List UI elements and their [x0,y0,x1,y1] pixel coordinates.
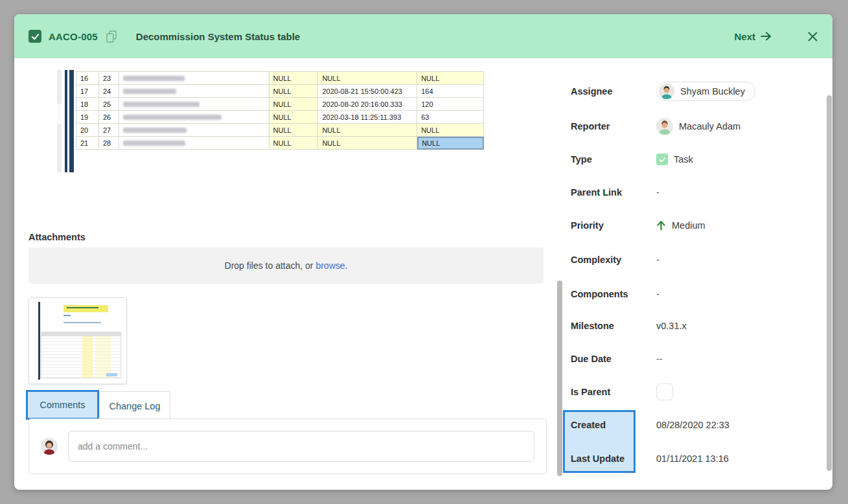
milestone-value: v0.31.x [656,321,687,331]
row-number-cell: 16 [76,72,99,85]
issue-title: Decommission System Status table [136,31,300,42]
tab-comments[interactable]: Comments [26,390,99,420]
sidebar-row-type: Type Task [571,152,825,167]
modal-scrollbar-thumb[interactable] [827,95,832,471]
next-button-label: Next [734,31,755,42]
priority-label: Priority [571,220,656,231]
modal-header: AACO-005 Decommission System Status tabl… [14,14,832,58]
due-date-value: -- [656,354,663,364]
value-cell: 164 [417,85,484,98]
parent-link-label: Parent Link [571,187,656,198]
redacted-name-cell [119,98,269,111]
id-cell: 23 [99,72,119,85]
assignee-avatar [659,84,674,99]
complexity-value: - [656,255,659,265]
attachments-dropzone[interactable]: Drop files to attach, or browse. [29,247,544,284]
row-number-cell: 19 [76,111,99,124]
browse-link[interactable]: browse [315,260,345,271]
attachment-thumbnail[interactable] [29,297,127,384]
id-cell: 26 [99,111,119,124]
close-icon[interactable] [808,32,818,41]
tab-change-log-label: Change Log [109,401,160,411]
sidebar-row-parent-link: Parent Link - [571,185,825,200]
assignee-pill[interactable]: Shyam Buckley [656,82,755,101]
value-cell: 2020-08-20 20:16:00.333 [318,98,417,111]
sidebar-row-created: Created 08/28/2020 22:33 [571,417,825,433]
table-row: 18 25 NULL 2020-08-20 20:16:00.333 120 [76,98,484,111]
id-cell: 24 [99,85,119,98]
sidebar-row-is-parent: Is Parent [571,382,825,402]
check-icon [31,32,40,41]
last-update-label: Last Update [571,453,656,464]
sidebar-row-assignee: Assignee Shyam Buckley [571,81,825,102]
assignee-name: Shyam Buckley [680,86,745,97]
id-cell: 28 [99,137,119,150]
id-cell: 27 [99,124,119,137]
row-number-cell: 20 [76,124,99,137]
null-cell: NULL [318,137,417,150]
is-parent-checkbox[interactable] [656,384,673,400]
null-cell: NULL [269,72,319,85]
screenshot-window-edge [69,70,74,172]
issue-key[interactable]: AACO-005 [49,31,98,42]
reporter-name: Macauly Adam [679,121,740,132]
assignee-label: Assignee [571,86,656,97]
null-cell: NULL [269,111,319,124]
screenshot-window-edge [65,70,67,172]
priority-value: Medium [672,220,705,231]
sidebar-row-reporter: Reporter Macauly Adam [571,116,825,137]
null-cell: NULL [269,98,319,111]
redacted-name-cell [119,124,269,137]
issue-done-checkbox[interactable] [29,30,41,43]
reporter-avatar [656,118,673,135]
value-cell: 2020-08-21 15:50:00.423 [318,85,417,98]
created-value: 08/28/2020 22:33 [656,420,729,430]
sidebar-row-due-date: Due Date -- [571,351,825,367]
sidebar-row-complexity: Complexity - [571,252,825,268]
complexity-label: Complexity [571,255,656,265]
table-row: 17 24 NULL 2020-08-21 15:50:00.423 164 [76,85,484,98]
null-cell: NULL [269,137,319,150]
table-row: 19 26 NULL 2020-03-18 11:25:11.393 63 [76,111,484,124]
screenshot-scrollbar-strip [57,70,62,172]
dropzone-text-period: . [345,260,348,271]
parent-link-value: - [656,187,659,198]
priority-up-icon [656,220,666,231]
value-cell: 120 [417,98,484,111]
task-type-icon [656,154,668,165]
milestone-label: Milestone [571,321,656,331]
table-row: 20 27 NULL NULL NULL [76,124,484,137]
null-cell: NULL [269,85,319,98]
null-cell: NULL [417,124,484,137]
is-parent-label: Is Parent [571,387,656,397]
description-screenshot: 16 23 NULL NULL NULL 17 24 NULL 2020-08-… [57,70,485,172]
table-row: 16 23 NULL NULL NULL [76,72,484,85]
value-cell: NULL [318,72,417,85]
issue-detail-modal: AACO-005 Decommission System Status tabl… [14,14,832,490]
content-scrollbar-thumb[interactable] [557,281,562,476]
components-value: - [656,289,659,299]
sidebar-row-priority: Priority Medium [571,218,825,233]
components-label: Components [571,289,656,299]
type-value: Task [674,154,693,165]
dropzone-text: Drop files to attach, or [225,260,316,271]
tab-change-log[interactable]: Change Log [99,391,170,420]
arrow-right-icon [761,31,772,41]
sidebar-row-components: Components - [571,286,825,302]
last-update-value: 01/11/2021 13:16 [656,453,729,464]
redacted-name-cell [119,85,269,98]
next-button[interactable]: Next [734,31,772,42]
type-label: Type [571,154,656,165]
comment-input[interactable] [68,431,534,462]
id-cell: 25 [99,98,119,111]
row-number-cell: 17 [76,85,99,98]
sql-result-table: 16 23 NULL NULL NULL 17 24 NULL 2020-08-… [76,71,484,150]
null-cell: NULL [417,72,484,85]
comment-panel [29,418,547,474]
redacted-name-cell [119,137,269,150]
sidebar-row-milestone: Milestone v0.31.x [571,318,825,334]
due-date-label: Due Date [571,354,656,364]
value-cell: 2020-03-18 11:25:11.393 [318,111,417,124]
copy-icon[interactable] [106,30,117,43]
row-number-cell: 21 [76,137,99,150]
